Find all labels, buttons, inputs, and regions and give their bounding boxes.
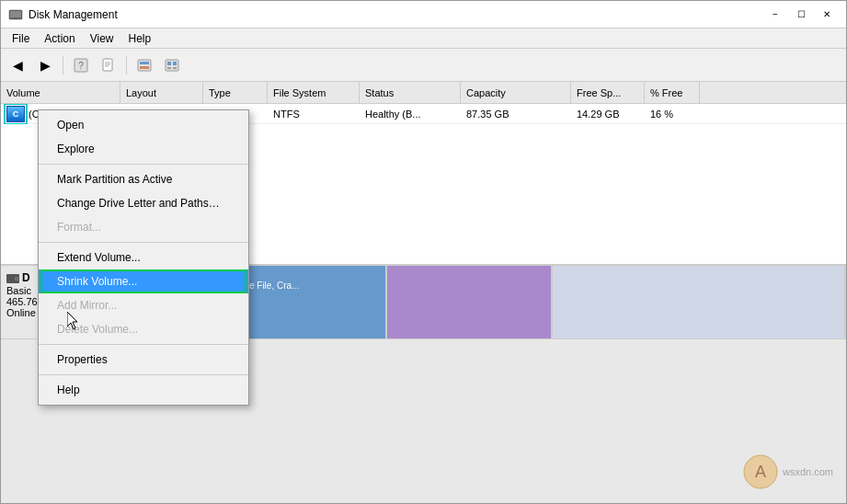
- svg-text:A: A: [755, 463, 766, 481]
- svg-text:?: ?: [78, 61, 84, 71]
- window-title: Disk Management: [29, 8, 763, 21]
- watermark-logo: A: [742, 453, 779, 490]
- shrink-highlight-box: [40, 269, 246, 293]
- svg-point-2: [15, 17, 17, 19]
- svg-rect-1: [10, 11, 21, 17]
- ctx-delete[interactable]: Delete Volume...: [39, 317, 248, 341]
- back-button[interactable]: ◀: [5, 53, 30, 77]
- cell-filesystem: NTFS: [268, 107, 360, 121]
- col-status[interactable]: Status: [360, 82, 461, 103]
- forward-button[interactable]: ▶: [32, 53, 58, 77]
- help-toolbar-button[interactable]: ?: [68, 53, 94, 77]
- ctx-mark-active[interactable]: Mark Partition as Active: [39, 167, 248, 191]
- title-bar: Disk Management − ☐ ✕: [1, 1, 846, 29]
- context-menu: Open Explore Mark Partition as Active Ch…: [38, 109, 249, 406]
- toolbar: ◀ ▶ ?: [1, 49, 846, 82]
- menu-view[interactable]: View: [83, 30, 121, 47]
- ctx-sep-1: [39, 164, 248, 165]
- cell-status: Healthy (B...: [360, 107, 461, 121]
- menu-help[interactable]: Help: [121, 30, 159, 47]
- col-volume[interactable]: Volume: [1, 82, 120, 103]
- col-filesystem[interactable]: File System: [268, 82, 360, 103]
- ctx-add-mirror[interactable]: Add Mirror...: [39, 293, 248, 317]
- ctx-format[interactable]: Format...: [39, 215, 248, 239]
- maximize-button[interactable]: ☐: [789, 6, 813, 24]
- col-capacity[interactable]: Capacity: [461, 82, 571, 103]
- col-freespace[interactable]: Free Sp...: [571, 82, 645, 103]
- partition-unallocated[interactable]: [553, 266, 846, 338]
- svg-rect-9: [138, 60, 151, 71]
- table-header: Volume Layout Type File System Status Ca…: [1, 82, 846, 104]
- svg-rect-13: [167, 62, 171, 65]
- ctx-sep-3: [39, 344, 248, 345]
- svg-rect-15: [167, 67, 171, 69]
- close-button[interactable]: ✕: [815, 6, 839, 24]
- disk-view-button[interactable]: [132, 53, 157, 77]
- menu-bar: File Action View Help: [1, 29, 846, 49]
- ctx-properties[interactable]: Properties: [39, 348, 248, 372]
- partition-recovery[interactable]: [387, 266, 553, 338]
- ctx-explore[interactable]: Explore: [39, 137, 248, 161]
- cell-freespace: 14.29 GB: [571, 107, 645, 121]
- window-controls: − ☐ ✕: [763, 6, 839, 24]
- watermark-text: wsxdn.com: [783, 466, 833, 477]
- col-type[interactable]: Type: [203, 82, 268, 103]
- col-pctfree[interactable]: % Free: [645, 82, 700, 103]
- svg-point-19: [16, 278, 17, 280]
- cell-capacity: 87.35 GB: [461, 107, 571, 121]
- toolbar-separator-2: [126, 56, 127, 74]
- toolbar-separator-1: [63, 56, 63, 74]
- app-icon: [8, 7, 23, 22]
- watermark: A wsxdn.com: [742, 453, 833, 490]
- doc-button[interactable]: [96, 53, 121, 77]
- svg-rect-16: [173, 67, 177, 69]
- menu-action[interactable]: Action: [37, 30, 82, 47]
- ctx-sep-2: [39, 242, 248, 243]
- col-layout[interactable]: Layout: [120, 82, 203, 103]
- ctx-open[interactable]: Open: [39, 113, 248, 137]
- volume-icon: C: [6, 106, 25, 122]
- menu-file[interactable]: File: [5, 30, 37, 47]
- ctx-shrink[interactable]: Shrink Volume...: [39, 269, 248, 293]
- svg-rect-11: [140, 66, 149, 69]
- window: Disk Management − ☐ ✕ File Action View H…: [0, 0, 847, 504]
- ctx-help[interactable]: Help: [39, 378, 248, 402]
- svg-rect-14: [173, 62, 177, 65]
- svg-rect-10: [140, 62, 149, 64]
- ctx-change-drive[interactable]: Change Drive Letter and Paths…: [39, 191, 248, 215]
- cell-pctfree: 16 %: [645, 107, 700, 121]
- ctx-sep-4: [39, 374, 248, 375]
- minimize-button[interactable]: −: [763, 6, 787, 24]
- ctx-extend[interactable]: Extend Volume...: [39, 246, 248, 269]
- view-toggle-button[interactable]: [159, 53, 185, 77]
